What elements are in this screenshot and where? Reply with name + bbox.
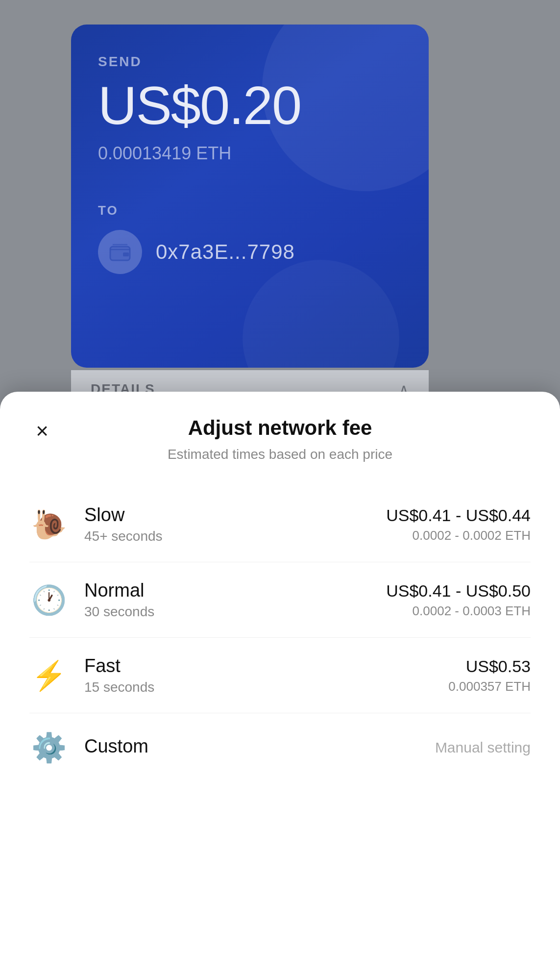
slow-icon: 🐌: [29, 508, 69, 541]
fast-price-eth: 0.000357 ETH: [448, 679, 531, 694]
fast-name: Fast: [84, 655, 448, 677]
wallet-icon: [109, 243, 131, 261]
fee-option-slow[interactable]: 🐌 Slow 45+ seconds US$0.41 - US$0.44 0.0…: [29, 487, 531, 562]
normal-price-eth: 0.0002 - 0.0003 ETH: [386, 603, 531, 619]
slow-info: Slow 45+ seconds: [84, 504, 386, 544]
recipient-address: 0x7a3E...7798: [156, 240, 295, 264]
fast-time: 15 seconds: [84, 679, 448, 695]
send-amount-usd: US$0.20: [98, 78, 402, 132]
bottom-sheet: × Adjust network fee Estimated times bas…: [0, 392, 560, 980]
recipient-avatar: [98, 230, 142, 274]
fee-option-fast[interactable]: ⚡ Fast 15 seconds US$0.53 0.000357 ETH: [29, 638, 531, 713]
close-button[interactable]: ×: [29, 418, 55, 444]
send-card: SEND US$0.20 0.00013419 ETH TO 0x7a3E...…: [71, 25, 429, 368]
close-icon: ×: [36, 420, 49, 442]
slow-price-usd: US$0.41 - US$0.44: [386, 506, 531, 525]
recipient-row: 0x7a3E...7798: [98, 230, 402, 274]
sheet-header: × Adjust network fee: [29, 416, 531, 440]
fast-icon: ⚡: [29, 659, 69, 692]
fast-price: US$0.53 0.000357 ETH: [448, 657, 531, 694]
fee-option-custom[interactable]: ⚙️ Custom Manual setting: [29, 713, 531, 782]
slow-time: 45+ seconds: [84, 528, 386, 544]
custom-price: Manual setting: [435, 739, 531, 756]
normal-time: 30 seconds: [84, 604, 386, 620]
normal-price: US$0.41 - US$0.50 0.0002 - 0.0003 ETH: [386, 581, 531, 619]
normal-price-usd: US$0.41 - US$0.50: [386, 581, 531, 601]
normal-icon: 🕐: [29, 583, 69, 617]
slow-price: US$0.41 - US$0.44 0.0002 - 0.0002 ETH: [386, 506, 531, 543]
slow-name: Slow: [84, 504, 386, 526]
sheet-subtitle: Estimated times based on each price: [29, 447, 531, 462]
custom-manual-label: Manual setting: [435, 739, 531, 756]
fee-option-normal[interactable]: 🕐 Normal 30 seconds US$0.41 - US$0.50 0.…: [29, 562, 531, 638]
custom-icon: ⚙️: [29, 731, 69, 764]
send-label: SEND: [98, 54, 402, 70]
sheet-title: Adjust network fee: [188, 416, 372, 440]
custom-info: Custom: [84, 736, 435, 760]
fast-info: Fast 15 seconds: [84, 655, 448, 695]
custom-name: Custom: [84, 736, 435, 757]
send-amount-eth: 0.00013419 ETH: [98, 143, 402, 164]
normal-info: Normal 30 seconds: [84, 580, 386, 620]
normal-name: Normal: [84, 580, 386, 601]
to-label: TO: [98, 203, 402, 218]
slow-price-eth: 0.0002 - 0.0002 ETH: [386, 528, 531, 543]
fast-price-usd: US$0.53: [448, 657, 531, 676]
svg-rect-1: [123, 252, 129, 256]
